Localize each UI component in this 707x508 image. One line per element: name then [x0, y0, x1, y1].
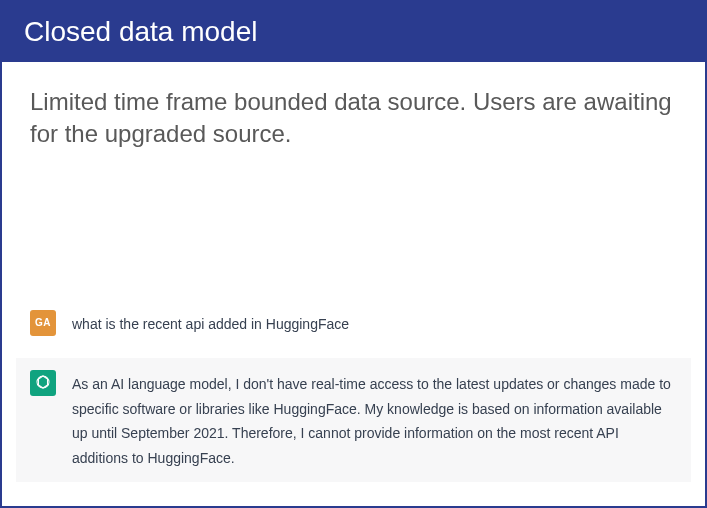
chat-message-user: GA what is the recent api added in Huggi…: [16, 298, 691, 349]
chat-assistant-text: As an AI language model, I don't have re…: [72, 370, 677, 470]
panel-header: Closed data model: [2, 2, 705, 62]
openai-icon: [34, 373, 52, 393]
intro-text: Limited time frame bounded data source. …: [30, 86, 677, 151]
chat-user-text: what is the recent api added in HuggingF…: [72, 310, 677, 337]
panel-body: Limited time frame bounded data source. …: [2, 62, 705, 163]
avatar-assistant: [30, 370, 56, 396]
panel-title: Closed data model: [24, 16, 257, 47]
chat-message-assistant: As an AI language model, I don't have re…: [16, 358, 691, 482]
chat-area: GA what is the recent api added in Huggi…: [2, 286, 705, 507]
slide-panel: Closed data model Limited time frame bou…: [0, 0, 707, 508]
avatar-user: GA: [30, 310, 56, 336]
avatar-user-initials: GA: [35, 317, 51, 328]
